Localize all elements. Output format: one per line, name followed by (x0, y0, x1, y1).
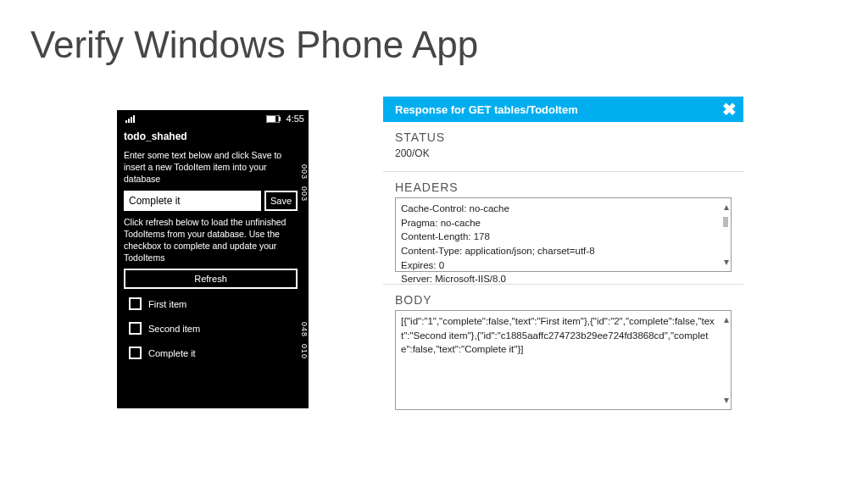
svg-rect-5 (279, 117, 281, 121)
svg-rect-0 (125, 120, 127, 123)
item-label: First item (148, 299, 186, 309)
checkbox-icon[interactable] (129, 347, 142, 359)
scroll-up-icon[interactable]: ▴ (724, 200, 729, 214)
insert-instruction: Enter some text below and click Save to … (124, 149, 306, 186)
signal-icon (125, 114, 139, 123)
list-item[interactable]: Complete it (129, 347, 306, 359)
refresh-button[interactable]: Refresh (124, 269, 298, 289)
header-line: Content-Type: application/json; charset=… (401, 244, 715, 258)
debug-counter: 003 (300, 164, 309, 180)
list-item[interactable]: First item (129, 297, 306, 310)
header-line: Cache-Control: no-cache (401, 202, 715, 216)
checkbox-icon[interactable] (129, 297, 142, 310)
body-text: [{"id":"1","complete":false,"text":"Firs… (401, 314, 715, 357)
scroll-up-icon[interactable]: ▴ (724, 313, 729, 327)
header-line: Pragma: no-cache (401, 216, 715, 230)
close-icon[interactable]: ✖ (722, 101, 737, 118)
headers-box[interactable]: Cache-Control: no-cache Pragma: no-cache… (395, 197, 732, 272)
response-panel: Response for GET tables/TodoItem ✖ STATU… (383, 97, 743, 422)
status-value: 200/OK (395, 147, 732, 159)
status-heading: STATUS (395, 130, 732, 144)
svg-rect-6 (267, 116, 275, 122)
headers-heading: HEADERS (395, 180, 732, 194)
response-title: Response for GET tables/TodoItem (395, 103, 578, 116)
refresh-instruction: Click refresh below to load the unfinish… (124, 216, 306, 264)
scroll-down-icon[interactable]: ▾ (724, 255, 729, 269)
save-button[interactable]: Save (264, 191, 298, 211)
item-label: Complete it (148, 348, 196, 358)
header-line: Content-Length: 178 (401, 230, 715, 244)
debug-counter: 003 (300, 186, 309, 202)
response-header: Response for GET tables/TodoItem ✖ (383, 97, 743, 122)
body-heading: BODY (395, 293, 732, 307)
clock-label: 4:55 (287, 114, 304, 124)
item-label: Second item (148, 324, 200, 334)
app-name: todo_shahed (124, 125, 306, 149)
body-box[interactable]: [{"id":"1","complete":false,"text":"Firs… (395, 310, 732, 410)
debug-counter: 010 (300, 344, 309, 359)
list-item[interactable]: Second item (129, 322, 306, 335)
header-line: Server: Microsoft-IIS/8.0 (401, 272, 715, 286)
svg-rect-1 (128, 119, 130, 123)
svg-rect-2 (131, 117, 132, 123)
debug-counter: 048 (300, 322, 309, 337)
page-title: Verify Windows Phone App (0, 0, 868, 66)
svg-rect-3 (133, 115, 135, 123)
checkbox-icon[interactable] (129, 322, 142, 335)
header-line: Expires: 0 (401, 258, 715, 273)
new-todo-input[interactable] (124, 191, 261, 211)
battery-icon (266, 115, 281, 123)
scroll-thumb[interactable] (723, 217, 728, 227)
scroll-down-icon[interactable]: ▾ (724, 393, 729, 408)
phone-frame: 4:55 todo_shahed Enter some text below a… (117, 110, 309, 408)
status-bar: 4:55 (124, 114, 306, 125)
